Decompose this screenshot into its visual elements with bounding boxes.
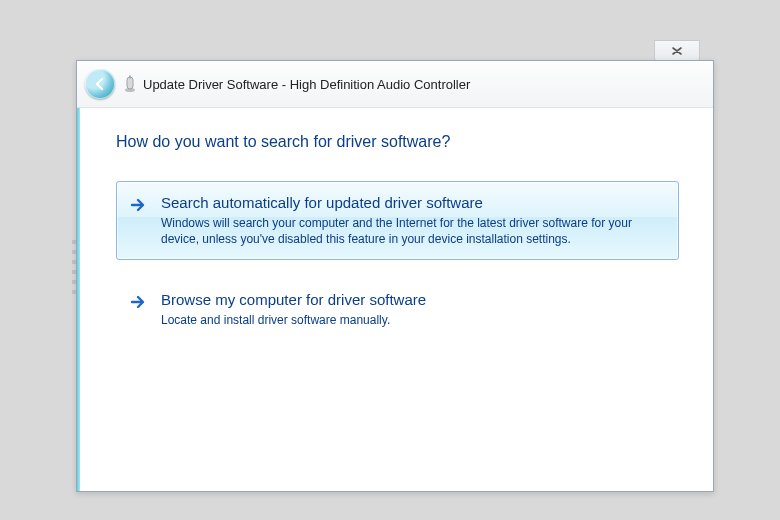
close-button[interactable] xyxy=(654,40,700,62)
wizard-title: Update Driver Software - High Definition… xyxy=(143,77,470,92)
wizard-body: How do you want to search for driver sof… xyxy=(80,107,713,491)
close-icon xyxy=(670,46,684,56)
back-button[interactable] xyxy=(85,69,115,99)
arrow-right-icon xyxy=(129,196,147,214)
update-driver-wizard: Update Driver Software - High Definition… xyxy=(76,60,714,492)
svg-rect-2 xyxy=(129,76,131,79)
svg-rect-1 xyxy=(127,77,133,89)
option-browse-computer[interactable]: Browse my computer for driver software L… xyxy=(116,278,679,341)
option-title: Search automatically for updated driver … xyxy=(161,194,664,211)
arrow-left-icon xyxy=(92,76,108,92)
option-description: Locate and install driver software manua… xyxy=(161,312,664,328)
device-icon xyxy=(123,75,137,93)
option-search-automatically[interactable]: Search automatically for updated driver … xyxy=(116,181,679,260)
wizard-heading: How do you want to search for driver sof… xyxy=(116,133,679,151)
option-title: Browse my computer for driver software xyxy=(161,291,664,308)
option-description: Windows will search your computer and th… xyxy=(161,215,664,247)
wizard-header: Update Driver Software - High Definition… xyxy=(77,61,713,108)
arrow-right-icon xyxy=(129,293,147,311)
